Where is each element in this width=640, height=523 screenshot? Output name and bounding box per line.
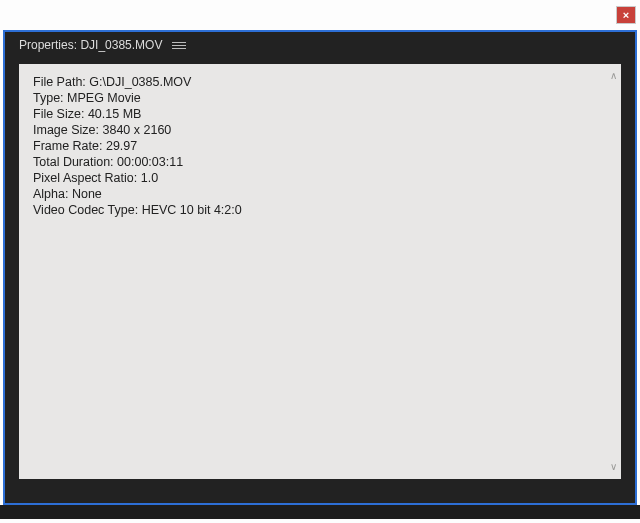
prop-image-size: Image Size: 3840 x 2160	[33, 122, 607, 138]
prop-pixel-aspect-ratio: Pixel Aspect Ratio: 1.0	[33, 170, 607, 186]
prop-value: 3840 x 2160	[103, 123, 172, 137]
close-button[interactable]: ×	[617, 7, 635, 23]
prop-value: G:\DJI_0385.MOV	[89, 75, 191, 89]
panel-title-prefix: Properties:	[19, 38, 77, 52]
properties-panel: Properties: DJI_0385.MOV ∧ File Path: G:…	[3, 30, 637, 505]
prop-total-duration: Total Duration: 00:00:03:11	[33, 154, 607, 170]
scroll-down-arrow[interactable]: ∨	[610, 459, 617, 475]
window-titlebar: ×	[0, 0, 640, 30]
prop-value: 00:00:03:11	[117, 155, 183, 169]
prop-frame-rate: Frame Rate: 29.97	[33, 138, 607, 154]
prop-label: Image Size:	[33, 123, 99, 137]
prop-label: Total Duration:	[33, 155, 114, 169]
prop-type: Type: MPEG Movie	[33, 90, 607, 106]
bottom-toolbar-strip	[0, 505, 640, 519]
prop-label: File Size:	[33, 107, 84, 121]
prop-alpha: Alpha: None	[33, 186, 607, 202]
prop-value: MPEG Movie	[67, 91, 141, 105]
prop-value: 1.0	[141, 171, 158, 185]
panel-title-filename: DJI_0385.MOV	[80, 38, 162, 52]
prop-label: Pixel Aspect Ratio:	[33, 171, 137, 185]
prop-value: 40.15 MB	[88, 107, 142, 121]
prop-label: Video Codec Type:	[33, 203, 138, 217]
prop-label: Alpha:	[33, 187, 68, 201]
properties-content: ∧ File Path: G:\DJI_0385.MOV Type: MPEG …	[19, 64, 621, 479]
prop-file-size: File Size: 40.15 MB	[33, 106, 607, 122]
prop-value: HEVC 10 bit 4:2:0	[142, 203, 242, 217]
close-icon: ×	[623, 9, 629, 21]
panel-title: Properties: DJI_0385.MOV	[19, 38, 162, 52]
prop-file-path: File Path: G:\DJI_0385.MOV	[33, 74, 607, 90]
scroll-up-arrow[interactable]: ∧	[610, 68, 617, 84]
prop-value: None	[72, 187, 102, 201]
prop-label: File Path:	[33, 75, 86, 89]
prop-video-codec-type: Video Codec Type: HEVC 10 bit 4:2:0	[33, 202, 607, 218]
prop-value: 29.97	[106, 139, 137, 153]
panel-menu-icon[interactable]	[172, 38, 186, 52]
panel-header: Properties: DJI_0385.MOV	[5, 32, 635, 58]
prop-label: Type:	[33, 91, 64, 105]
prop-label: Frame Rate:	[33, 139, 102, 153]
